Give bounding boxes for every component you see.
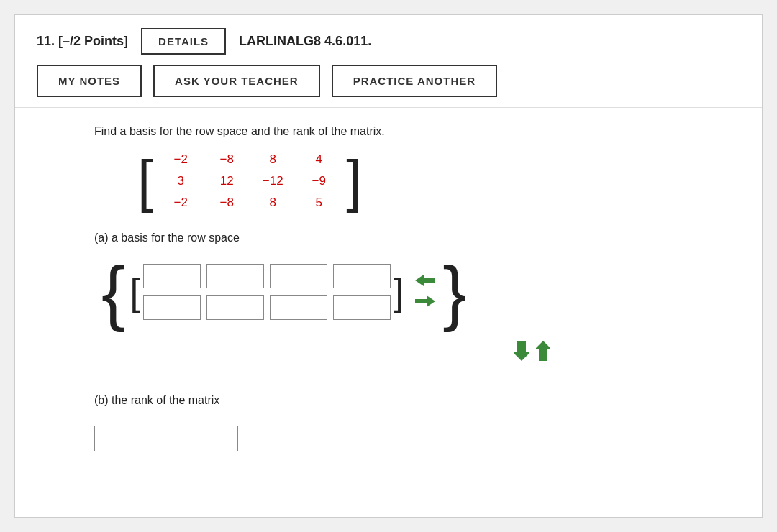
problem-number: 11. [–/2 Points] [37,34,128,49]
right-brace: } [442,256,466,328]
down-arrow-button[interactable] [514,341,529,365]
page-container: 11. [–/2 Points] DETAILS LARLINALG8 4.6.… [14,14,763,518]
updown-controls [324,341,740,365]
part-a-label: (a) a basis for the row space [94,231,740,244]
left-brace: { [101,256,125,328]
svg-marker-3 [536,341,550,361]
matrix-cell: −9 [297,173,340,190]
matrix-grid: −2 −8 8 4 3 12 −12 −9 −2 −8 8 5 [159,151,340,211]
part-b-label: (b) the rank of the matrix [94,394,740,407]
matrix-cell: 4 [297,151,340,168]
v1r1c3-input[interactable] [270,264,327,288]
content-section: Find a basis for the row space and the r… [15,108,762,473]
svg-marker-0 [415,275,435,286]
v1r1c1-input[interactable] [143,264,201,288]
v1r2c2-input[interactable] [206,295,264,320]
right-arrow-button[interactable] [414,294,437,311]
details-button[interactable]: DETAILS [141,28,226,55]
v1r2c1-input[interactable] [143,295,201,320]
right-arrow-icon [414,294,437,308]
part-b-section: (b) the rank of the matrix [94,394,740,451]
up-arrow-button[interactable] [536,341,550,365]
up-arrow-icon [536,341,550,361]
vector1-row2 [143,295,391,320]
vector1-wrap: [ [130,264,404,320]
matrix-display: [ −2 −8 8 4 3 12 −12 −9 −2 −8 8 5 ] [137,151,740,211]
matrix-bracket-left: [ [137,152,153,210]
matrix-cell: −2 [159,151,202,168]
matrix-cell: −2 [159,194,202,211]
v1r2c4-input[interactable] [333,295,391,320]
header-row2: MY NOTES ASK YOUR TEACHER PRACTICE ANOTH… [37,65,740,97]
matrix-cell: 8 [251,194,294,211]
problem-code: LARLINALG8 4.6.011. [239,34,371,49]
matrix-cell: 3 [159,173,202,190]
left-arrow-button[interactable] [414,273,437,290]
vec1-bracket-left: [ [130,273,140,311]
ask-teacher-button[interactable]: ASK YOUR TEACHER [153,65,320,97]
matrix-cell: −12 [251,173,294,190]
vec1-bracket-right: ] [394,273,404,311]
matrix-cell: 5 [297,194,340,211]
vectors-area: [ [130,264,404,320]
left-arrow-icon [414,273,437,288]
matrix-cell: 8 [251,151,294,168]
matrix-cell: 12 [205,173,248,190]
svg-marker-2 [514,341,529,361]
v1r1c4-input[interactable] [333,264,391,288]
vector1-rows [143,264,391,320]
v1r1c2-input[interactable] [206,264,264,288]
header-section: 11. [–/2 Points] DETAILS LARLINALG8 4.6.… [15,15,762,108]
answer-set-container: { [ [101,256,740,328]
matrix-cell: −8 [205,151,248,168]
matrix-cell: −8 [205,194,248,211]
svg-marker-1 [415,295,435,307]
header-row1: 11. [–/2 Points] DETAILS LARLINALG8 4.6.… [37,28,740,55]
matrix-bracket-right: ] [346,152,362,210]
rank-input[interactable] [94,426,238,451]
practice-another-button[interactable]: PRACTICE ANOTHER [332,65,497,97]
vector1-row1 [143,264,391,288]
my-notes-button[interactable]: MY NOTES [37,65,142,97]
down-arrow-icon [514,341,529,361]
v1r2c3-input[interactable] [270,295,327,320]
arrow-controls [414,273,437,311]
instruction-text: Find a basis for the row space and the r… [94,125,740,138]
